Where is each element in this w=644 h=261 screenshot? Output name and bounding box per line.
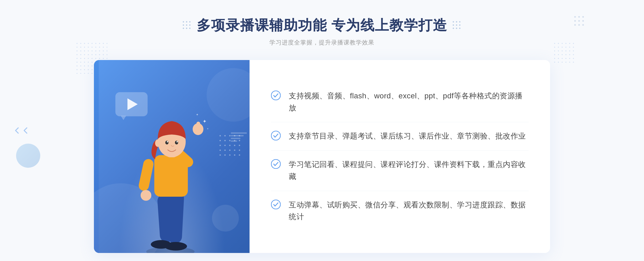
svg-point-7 bbox=[141, 190, 151, 201]
figure-illustration: ✦ ✦ ✦ bbox=[126, 98, 217, 253]
header-decorators: 多项录播课辅助功能 专为线上教学打造 bbox=[183, 16, 461, 35]
feature-item-3: 学习笔记回看、课程提问、课程评论打分、课件资料下载，重点内容收藏 bbox=[271, 151, 529, 191]
feature-item-4: 互动弹幕、试听购买、微信分享、观看次数限制、学习进度跟踪、数据统计 bbox=[271, 191, 529, 231]
svg-point-24 bbox=[271, 200, 280, 209]
svg-point-13 bbox=[165, 141, 169, 144]
svg-point-16 bbox=[177, 141, 178, 143]
decorator-dots-left bbox=[183, 21, 191, 30]
svg-point-14 bbox=[175, 141, 178, 144]
feature-item-2: 支持章节目录、弹题考试、课后练习、课后作业、章节测验、批改作业 bbox=[271, 122, 529, 151]
feature-text-4: 互动弹幕、试听购买、微信分享、观看次数限制、学习进度跟踪、数据统计 bbox=[289, 199, 529, 223]
svg-text:✦: ✦ bbox=[207, 127, 209, 130]
subtitle: 学习进度全掌握，提升录播课教学效果 bbox=[183, 39, 461, 47]
header-section: 多项录播课辅助功能 专为线上教学打造 学习进度全掌握，提升录播课教学效果 bbox=[183, 16, 461, 47]
svg-rect-2 bbox=[168, 191, 184, 244]
decorative-dots-right-top bbox=[553, 42, 574, 63]
feature-text-1: 支持视频、音频、flash、word、excel、ppt、pdf等各种格式的资源… bbox=[289, 90, 529, 114]
main-title: 多项录播课辅助功能 专为线上教学打造 bbox=[197, 16, 447, 35]
check-icon-2 bbox=[271, 131, 281, 140]
decorative-dots-right-top bbox=[574, 16, 585, 27]
svg-point-21 bbox=[271, 91, 280, 100]
svg-point-22 bbox=[271, 131, 280, 140]
feature-text-3: 学习笔记回看、课程提问、课程评论打分、课件资料下载，重点内容收藏 bbox=[289, 159, 529, 183]
check-icon-4 bbox=[271, 200, 281, 209]
check-icon-3 bbox=[271, 159, 281, 169]
page-container: 多项录播课辅助功能 专为线上教学打造 学习进度全掌握，提升录播课教学效果 bbox=[0, 0, 644, 261]
left-chevron-decoration bbox=[13, 127, 30, 134]
features-panel: 支持视频、音频、flash、word、excel、ppt、pdf等各种格式的资源… bbox=[250, 60, 550, 253]
illustration-panel: ✦ ✦ ✦ bbox=[94, 60, 250, 253]
decorative-circle-left bbox=[16, 144, 40, 168]
svg-text:✦: ✦ bbox=[196, 113, 199, 117]
content-card: ✦ ✦ ✦ 支持视频、音频、flash、word、excel、ppt、pdf等各… bbox=[94, 60, 550, 253]
check-icon-1 bbox=[271, 91, 281, 100]
svg-point-4 bbox=[164, 242, 187, 251]
svg-rect-6 bbox=[138, 158, 154, 192]
feature-item-1: 支持视频、音频、flash、word、excel、ppt、pdf等各种格式的资源… bbox=[271, 82, 529, 122]
feature-text-2: 支持章节目录、弹题考试、课后练习、课后作业、章节测验、批改作业 bbox=[289, 130, 526, 142]
svg-point-23 bbox=[271, 159, 280, 169]
svg-text:✦: ✦ bbox=[203, 119, 207, 124]
svg-point-17 bbox=[155, 139, 160, 147]
decorator-dots-right bbox=[453, 21, 461, 30]
stripes-decoration bbox=[231, 132, 247, 142]
svg-point-15 bbox=[167, 141, 168, 143]
svg-rect-10 bbox=[196, 122, 200, 132]
